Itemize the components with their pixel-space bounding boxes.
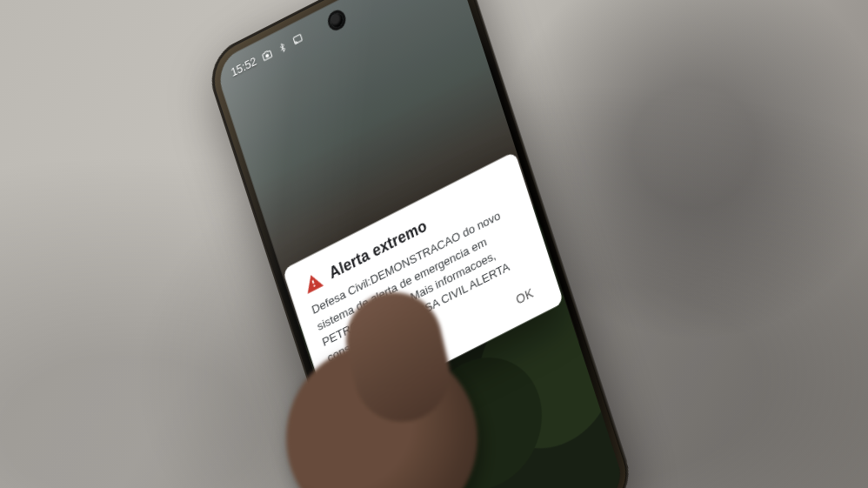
warning-icon	[302, 269, 325, 297]
bluetooth-icon	[277, 40, 289, 54]
photo-scene: 15:52	[0, 0, 868, 488]
ok-button[interactable]: OK	[503, 273, 547, 318]
status-time: 15:52	[230, 55, 258, 79]
svg-point-0	[265, 53, 270, 58]
svg-rect-1	[293, 34, 302, 43]
cast-icon	[291, 31, 304, 46]
camera-icon	[261, 47, 274, 62]
